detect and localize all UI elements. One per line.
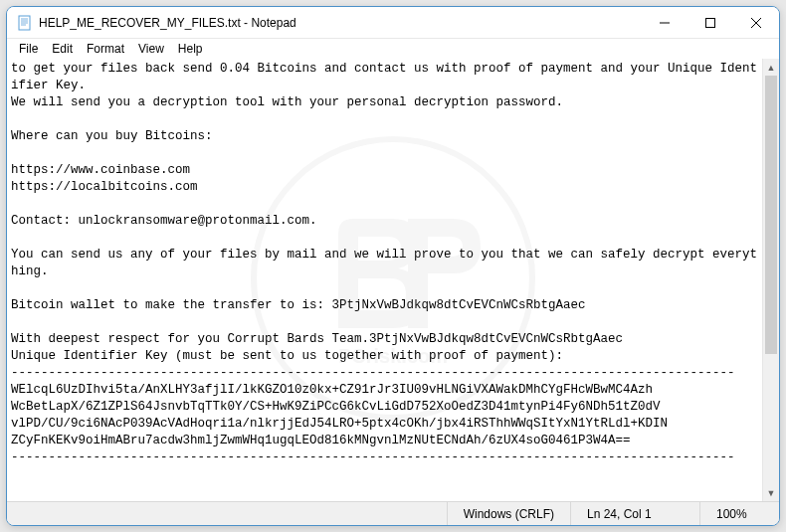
titlebar: HELP_ME_RECOVER_MY_FILES.txt - Notepad (7, 7, 779, 39)
menu-edit[interactable]: Edit (46, 40, 79, 58)
menu-format[interactable]: Format (81, 40, 130, 58)
status-position: Ln 24, Col 1 (570, 502, 699, 525)
text-area[interactable]: to get your files back send 0.04 Bitcoin… (7, 59, 762, 501)
menubar: File Edit Format View Help (7, 39, 779, 59)
content-wrapper: to get your files back send 0.04 Bitcoin… (7, 59, 779, 501)
scroll-track[interactable] (763, 76, 779, 484)
notepad-window: HELP_ME_RECOVER_MY_FILES.txt - Notepad F… (6, 6, 780, 526)
close-button[interactable] (733, 7, 779, 38)
scroll-up-icon[interactable]: ▲ (763, 59, 779, 76)
notepad-icon (17, 15, 33, 31)
maximize-button[interactable] (688, 7, 733, 38)
menu-file[interactable]: File (13, 40, 44, 58)
vertical-scrollbar[interactable]: ▲ ▼ (762, 59, 779, 501)
scroll-down-icon[interactable]: ▼ (763, 484, 779, 501)
statusbar: Windows (CRLF) Ln 24, Col 1 100% (7, 501, 779, 525)
status-zoom: 100% (699, 502, 779, 525)
scroll-thumb[interactable] (765, 76, 777, 354)
menu-help[interactable]: Help (172, 40, 209, 58)
menu-view[interactable]: View (132, 40, 170, 58)
window-title: HELP_ME_RECOVER_MY_FILES.txt - Notepad (39, 16, 642, 30)
status-encoding: Windows (CRLF) (447, 502, 570, 525)
minimize-button[interactable] (642, 7, 688, 38)
svg-rect-6 (706, 18, 715, 27)
window-controls (642, 7, 779, 38)
